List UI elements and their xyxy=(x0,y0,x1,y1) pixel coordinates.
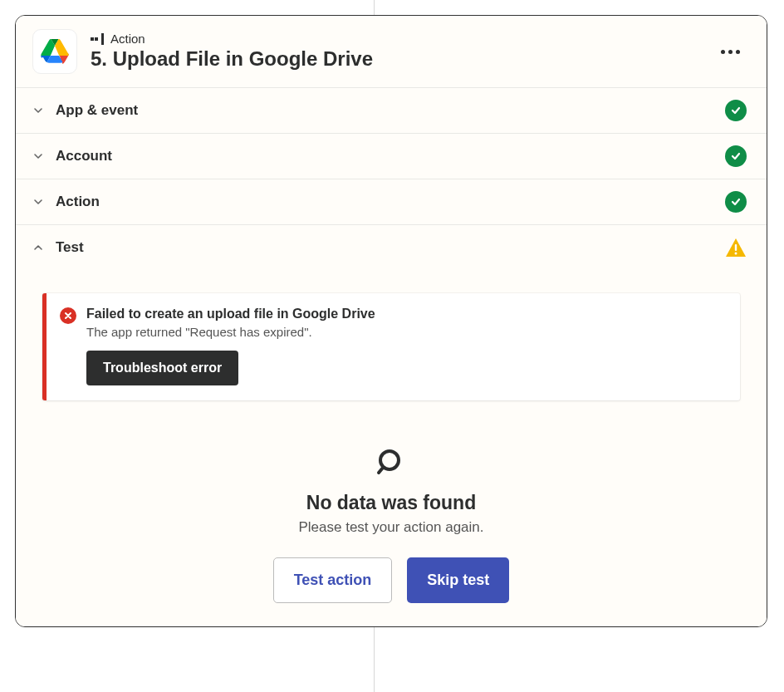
step-header: Action 5. Upload File in Google Drive xyxy=(16,16,767,87)
empty-state-subtitle: Please test your action again. xyxy=(16,519,767,536)
status-warning-icon xyxy=(725,237,747,258)
test-action-button[interactable]: Test action xyxy=(273,557,393,603)
svg-line-3 xyxy=(379,468,383,473)
empty-state-title: No data was found xyxy=(16,492,767,514)
action-step-panel: Action 5. Upload File in Google Drive Ap… xyxy=(15,15,767,627)
header-text: Action 5. Upload File in Google Drive xyxy=(91,32,714,71)
search-icon xyxy=(16,447,767,479)
section-label: Test xyxy=(56,239,725,256)
status-success-icon xyxy=(725,100,747,121)
action-step-icon xyxy=(91,33,104,45)
status-success-icon xyxy=(725,145,747,167)
error-alert: Failed to create an upload file in Googl… xyxy=(42,293,740,400)
chevron-down-icon xyxy=(32,150,44,162)
skip-test-button[interactable]: Skip test xyxy=(407,557,509,603)
step-type-label: Action xyxy=(110,32,145,46)
section-label: Account xyxy=(56,148,725,164)
svg-point-1 xyxy=(735,253,737,255)
section-account[interactable]: Account xyxy=(16,133,767,179)
status-success-icon xyxy=(725,191,747,213)
chevron-up-icon xyxy=(32,242,44,253)
chevron-down-icon xyxy=(32,196,44,208)
section-label: App & event xyxy=(56,102,725,119)
more-options-button[interactable] xyxy=(714,43,747,61)
section-label: Action xyxy=(56,194,725,210)
svg-rect-0 xyxy=(735,244,737,251)
chevron-down-icon xyxy=(32,105,44,116)
empty-state: No data was found Please test your actio… xyxy=(16,447,767,603)
section-action[interactable]: Action xyxy=(16,179,767,224)
section-test-header[interactable]: Test xyxy=(16,225,767,270)
step-title: 5. Upload File in Google Drive xyxy=(91,47,714,71)
error-message: The app returned "Request has expired". xyxy=(86,325,723,339)
section-test-expanded: Test Failed to create an upload file in … xyxy=(16,224,767,626)
error-title: Failed to create an upload file in Googl… xyxy=(86,307,723,321)
google-drive-icon xyxy=(32,29,77,74)
error-icon xyxy=(60,307,76,324)
troubleshoot-error-button[interactable]: Troubleshoot error xyxy=(86,351,238,385)
section-app-event[interactable]: App & event xyxy=(16,87,767,133)
